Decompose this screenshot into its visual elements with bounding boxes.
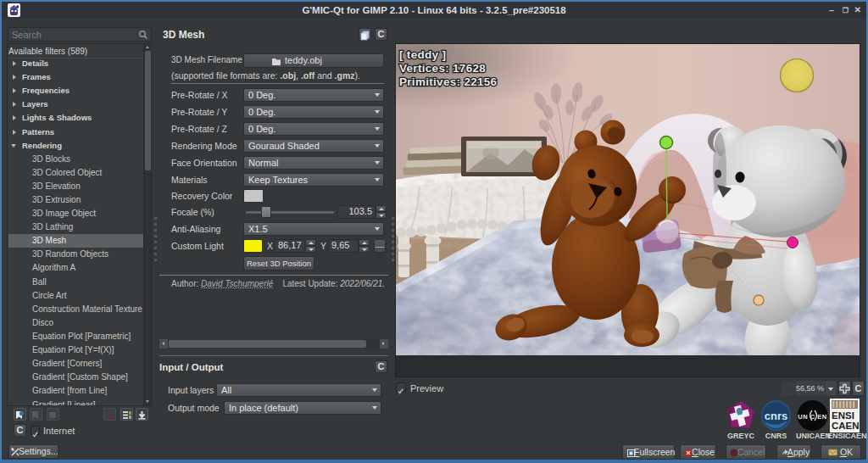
svg-text:[ teddy ]: [ teddy ]	[399, 48, 446, 61]
svg-text:Primitives: 22156: Primitives: 22156	[399, 75, 498, 88]
svg-text:CAEN: CAEN	[832, 421, 860, 431]
svg-text:Vertices: 17628: Vertices: 17628	[399, 62, 486, 75]
svg-text:ENSI: ENSI	[832, 410, 854, 421]
svg-text:cnrs: cnrs	[765, 410, 787, 422]
svg-text:UN C EN: UN C EN	[798, 413, 826, 421]
